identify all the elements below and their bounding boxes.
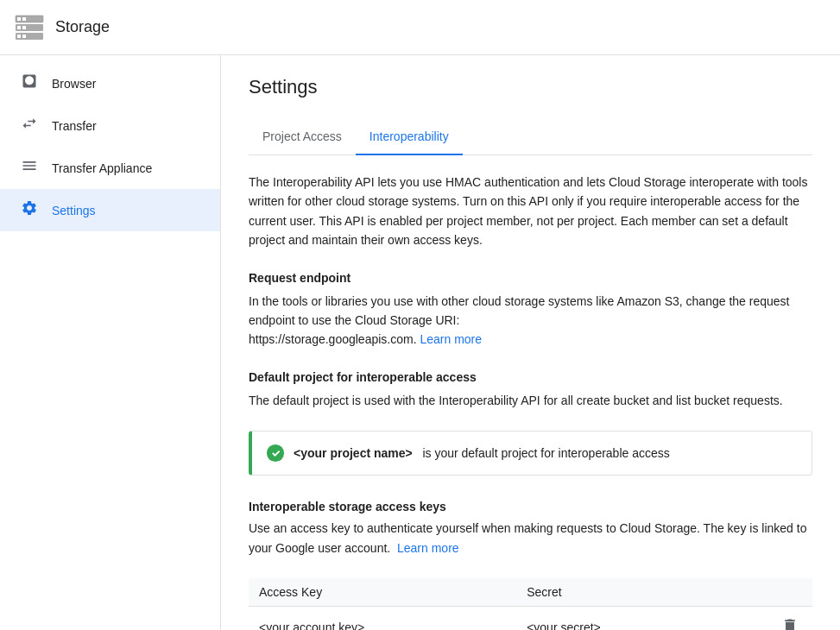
default-project-box: <your project name> is your default proj… <box>249 431 812 476</box>
page-title: Settings <box>249 76 812 98</box>
col-actions <box>717 578 812 607</box>
request-endpoint-body: In the tools or libraries you use with o… <box>249 292 812 350</box>
sidebar-label-browser: Browser <box>52 77 96 91</box>
request-endpoint-learn-more[interactable]: Learn more <box>420 332 482 346</box>
col-access-key: Access Key <box>249 578 516 607</box>
sidebar-item-transfer[interactable]: Transfer <box>0 104 220 147</box>
request-endpoint-text: In the tools or libraries you use with o… <box>249 294 789 327</box>
sidebar-item-transfer-appliance[interactable]: Transfer Appliance <box>0 147 220 189</box>
check-circle-icon <box>266 444 285 463</box>
sidebar-item-settings[interactable]: Settings <box>0 189 220 231</box>
sidebar: Browser Transfer Transfer Appliance Sett… <box>0 55 221 630</box>
access-keys-table: Access Key Secret <your account key> <yo… <box>249 578 812 630</box>
default-project-title: Default project for interoperable access <box>249 370 812 384</box>
delete-cell <box>717 606 812 630</box>
table-header: Access Key Secret <box>249 578 812 607</box>
app-title: Storage <box>55 18 110 36</box>
project-box-text: <your project name> is your default proj… <box>294 446 670 460</box>
access-keys-desc-text: Use an access key to authenticate yourse… <box>249 521 806 554</box>
storage-logo-icon <box>14 12 45 43</box>
table-row: <your account key> <your secret> <box>249 606 812 630</box>
access-keys-title: Interoperable storage access keys <box>249 500 812 513</box>
request-endpoint-url: https://storage.googleapis.com. <box>249 332 417 346</box>
svg-rect-8 <box>17 35 21 38</box>
svg-point-10 <box>267 444 284 462</box>
delete-key-icon[interactable] <box>778 617 802 630</box>
project-status: is your default project for interoperabl… <box>422 446 669 460</box>
secret-value: <your secret> <box>516 606 717 630</box>
sidebar-item-browser[interactable]: Browser <box>0 62 220 104</box>
svg-rect-3 <box>22 17 26 21</box>
sidebar-label-transfer-appliance: Transfer Appliance <box>52 161 152 175</box>
svg-rect-2 <box>17 17 21 21</box>
default-project-body: The default project is used with the Int… <box>249 391 812 410</box>
col-secret: Secret <box>516 578 717 607</box>
top-header: Storage <box>0 0 840 55</box>
project-name: <your project name> <box>294 446 413 460</box>
transfer-icon <box>21 115 38 136</box>
access-key-value: <your account key> <box>249 606 516 630</box>
table-body: <your account key> <your secret> <box>249 606 812 630</box>
svg-rect-9 <box>22 35 26 38</box>
tab-interoperability[interactable]: Interoperability <box>356 119 463 155</box>
content-area: Settings Project Access Interoperability… <box>221 55 840 630</box>
svg-rect-6 <box>22 26 26 29</box>
settings-icon <box>21 199 38 221</box>
access-keys-section: Interoperable storage access keys Use an… <box>249 500 812 630</box>
access-keys-desc: Use an access key to authenticate yourse… <box>249 519 812 558</box>
tab-project-access[interactable]: Project Access <box>249 119 356 155</box>
main-layout: Browser Transfer Transfer Appliance Sett… <box>0 55 840 630</box>
request-endpoint-section: Request endpoint In the tools or librari… <box>249 271 812 350</box>
default-project-section: Default project for interoperable access… <box>249 370 812 476</box>
appliance-icon <box>21 157 38 179</box>
table-header-row: Access Key Secret <box>249 578 812 607</box>
access-keys-learn-more[interactable]: Learn more <box>397 541 459 555</box>
bucket-icon <box>21 72 38 94</box>
sidebar-label-transfer: Transfer <box>52 119 97 133</box>
svg-rect-5 <box>17 26 21 29</box>
tabs-container: Project Access Interoperability <box>249 119 812 155</box>
sidebar-label-settings: Settings <box>52 204 96 217</box>
request-endpoint-title: Request endpoint <box>249 271 812 285</box>
header-logo: Storage <box>14 12 110 43</box>
interoperability-intro: The Interoperability API lets you use HM… <box>249 173 812 250</box>
